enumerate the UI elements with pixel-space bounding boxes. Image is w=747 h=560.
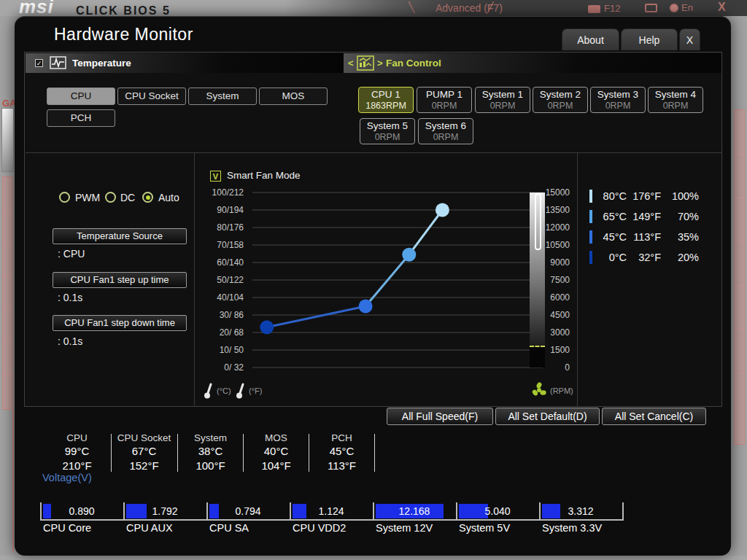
- status-separator: [374, 434, 375, 472]
- fan-name: System 6: [419, 120, 473, 132]
- status-cpu-socket: CPU Socket 67°C 152°F: [111, 432, 177, 473]
- tab-system[interactable]: System: [188, 88, 257, 105]
- status-name: System: [177, 432, 244, 444]
- duty-temp-c: 65°C: [587, 210, 627, 223]
- chevron-left-icon[interactable]: <: [348, 58, 354, 69]
- fan-control-section-label: Fan Control: [386, 58, 441, 69]
- temperature-axis-tick: 30/ 86: [198, 309, 244, 321]
- voltage-value: 3.312: [539, 505, 622, 517]
- temperature-axis-tick: 90/194: [198, 204, 244, 216]
- voltage-rail-cpu-aux: 1.792 CPU AUX: [123, 502, 206, 536]
- tab-cpu[interactable]: CPU: [47, 88, 115, 105]
- fan-rpm: 0RPM: [649, 101, 703, 112]
- tab-mos[interactable]: MOS: [259, 88, 328, 105]
- voltage-name: CPU AUX: [126, 522, 173, 534]
- status-celsius: 38°C: [177, 444, 244, 458]
- status-fahrenheit: 100°F: [177, 458, 244, 473]
- all-full-speed-button[interactable]: All Full Speed(F): [387, 408, 493, 425]
- status-pch: PCH 45°C 113°F: [309, 432, 375, 473]
- fan-name: System 5: [360, 120, 414, 132]
- fan-system3-button[interactable]: System 3 0RPM: [590, 87, 646, 113]
- voltage-name: CPU SA: [209, 522, 249, 534]
- rpm-axis-tick: 0: [527, 362, 570, 373]
- radio-pwm[interactable]: [59, 192, 70, 203]
- radio-pwm-label: PWM: [75, 192, 100, 203]
- fan-name: PUMP 1: [417, 89, 471, 101]
- radio-dc-label: DC: [120, 192, 135, 203]
- status-celsius: 45°C: [309, 444, 375, 458]
- duty-percent: 20%: [665, 251, 699, 264]
- temperature-axis-tick: 70/158: [198, 239, 244, 251]
- language-icon[interactable]: [670, 4, 678, 12]
- fan-system6-button[interactable]: System 6 0RPM: [418, 118, 473, 144]
- voltage-section-title: Voltage(V): [42, 472, 92, 483]
- temperature-checkbox[interactable]: ✓: [35, 59, 43, 67]
- fan-rpm: 0RPM: [591, 101, 645, 112]
- window-title: Hardware Monitor: [54, 25, 193, 44]
- decor-slash-right: ╱: [487, 1, 493, 13]
- rpm-axis-tick: 6000: [527, 292, 570, 303]
- fan-name: System 3: [591, 89, 645, 101]
- fan-curve-segment: [267, 306, 365, 327]
- help-button[interactable]: Help: [621, 28, 678, 50]
- tab-pch[interactable]: PCH: [47, 109, 115, 127]
- hardware-monitor-window: Hardware Monitor About Help X ✓ Temperat…: [15, 16, 731, 556]
- duty-percent: 70%: [665, 210, 699, 223]
- fan-system2-button[interactable]: System 2 0RPM: [533, 87, 588, 113]
- all-set-cancel-button[interactable]: All Set Cancel(C): [602, 408, 706, 425]
- f12-label: F12: [604, 3, 620, 14]
- tab-cpu-socket[interactable]: CPU Socket: [117, 88, 186, 105]
- language-label: En: [681, 2, 693, 13]
- radio-auto-label: Auto: [158, 192, 179, 203]
- fan-curve-point[interactable]: [402, 248, 416, 262]
- fan-system5-button[interactable]: System 5 0RPM: [360, 118, 415, 144]
- duty-temp-f: 149°F: [630, 210, 661, 223]
- fan-rpm: 0RPM: [533, 101, 587, 112]
- fan-icon: [531, 382, 547, 398]
- close-button[interactable]: X: [679, 28, 700, 50]
- fan-control-section-header: < > Fan Control: [344, 53, 721, 73]
- temperature-axis-tick: 100/212: [198, 187, 244, 198]
- rpm-axis-tick: 4500: [527, 309, 570, 321]
- fan-curve-point[interactable]: [436, 203, 449, 217]
- fan-name: System 1: [476, 89, 530, 101]
- rpm-axis-tick: 12000: [527, 222, 570, 233]
- monitor-icon[interactable]: [645, 4, 657, 12]
- rpm-axis-tick: 13500: [527, 204, 570, 216]
- radio-dc[interactable]: [105, 192, 116, 203]
- rpm-axis-tick: 10500: [527, 239, 570, 251]
- fan-pump1-button[interactable]: PUMP 1 0RPM: [417, 87, 472, 113]
- duty-temp-f: 32°F: [630, 251, 661, 264]
- smart-fan-mode-checkbox[interactable]: V: [210, 171, 221, 182]
- decor-slash-left: ╲: [409, 1, 414, 13]
- fan-curve-point[interactable]: [260, 320, 274, 334]
- status-name: PCH: [309, 432, 375, 444]
- step-down-time-button[interactable]: CPU Fan1 step down time: [53, 315, 187, 331]
- fan-curve-point[interactable]: [359, 300, 373, 314]
- fan-name: System 2: [533, 89, 587, 101]
- step-up-time-button[interactable]: CPU Fan1 step up time: [53, 272, 187, 288]
- status-celsius: 40°C: [243, 444, 309, 458]
- screenshot-icon[interactable]: [588, 5, 600, 13]
- fan-control-graph-icon: [357, 55, 376, 71]
- temperature-source-button[interactable]: Temperature Source: [53, 228, 187, 244]
- bios-close-icon[interactable]: X: [718, 1, 726, 14]
- fan-name: System 4: [649, 89, 703, 101]
- fan-cpu1-button[interactable]: CPU 1 1863RPM: [358, 87, 414, 113]
- fan-rpm: 0RPM: [419, 132, 473, 143]
- fan-system4-button[interactable]: System 4 0RPM: [648, 87, 703, 113]
- status-fahrenheit: 113°F: [309, 458, 375, 473]
- status-system: System 38°C 100°F: [177, 432, 244, 473]
- fan-rpm: 1863RPM: [359, 101, 413, 112]
- all-set-default-button[interactable]: All Set Default(D): [495, 408, 600, 425]
- fan-curve-chart[interactable]: [251, 188, 546, 372]
- rpm-axis-tick: 15000: [527, 187, 570, 198]
- bios-left-panel-edge: [2, 176, 13, 410]
- about-button[interactable]: About: [562, 28, 619, 50]
- bios-screen: msi CLICK BIOS 5 ╲ Advanced (F7) ╱ F12 E…: [0, 0, 747, 560]
- chevron-right-icon[interactable]: >: [377, 58, 383, 69]
- voltage-rail-system-5v: 5.040 System 5V: [456, 502, 539, 536]
- fahrenheit-unit-label: (°F): [249, 386, 262, 395]
- radio-auto[interactable]: [142, 192, 153, 203]
- fan-system1-button[interactable]: System 1 0RPM: [475, 87, 530, 113]
